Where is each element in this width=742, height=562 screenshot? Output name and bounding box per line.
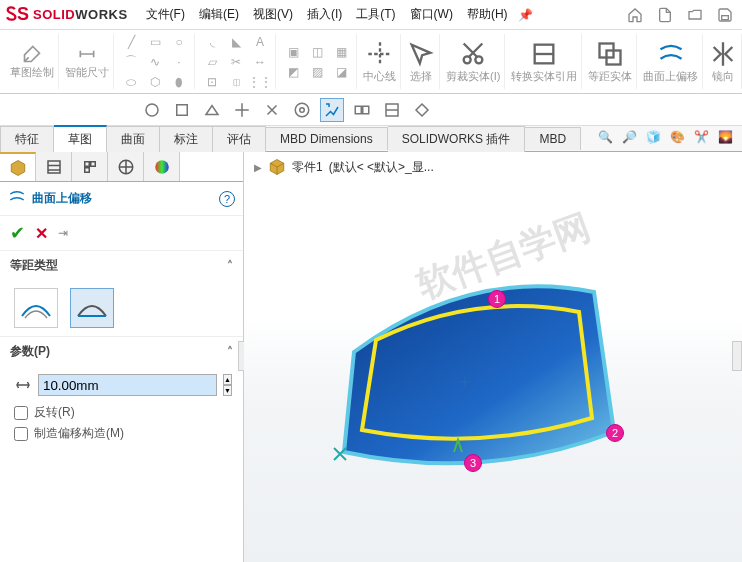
section-params[interactable]: 参数(P) ˄ bbox=[0, 336, 243, 366]
breadcrumb-part[interactable]: 零件1 bbox=[292, 159, 323, 176]
ribbon-centerline[interactable]: 中心线 bbox=[359, 34, 401, 89]
home-icon[interactable] bbox=[624, 4, 646, 26]
tab-features[interactable]: 特征 bbox=[0, 126, 54, 152]
ribbon-mirror[interactable]: 镜向 bbox=[705, 34, 742, 89]
ribbon-label-smartdim: 智能尺寸 bbox=[65, 66, 109, 78]
plane-icon[interactable]: ▱ bbox=[201, 53, 223, 71]
construction-checkbox-row[interactable]: 制造偏移构造(M) bbox=[14, 425, 229, 442]
splitter-right[interactable] bbox=[732, 341, 742, 371]
tab-mbd-dim[interactable]: MBD Dimensions bbox=[266, 127, 388, 150]
panel-tab-config[interactable] bbox=[72, 152, 108, 181]
canvas[interactable]: 软件自学网 1 bbox=[244, 152, 742, 562]
cube2-icon[interactable]: ◫ bbox=[306, 43, 328, 61]
sr-btn-1[interactable] bbox=[140, 98, 164, 122]
zoom-area-icon[interactable]: 🔎 bbox=[622, 130, 640, 148]
tab-sketch[interactable]: 草图 bbox=[54, 125, 107, 152]
reverse-checkbox-row[interactable]: 反转(R) bbox=[14, 404, 229, 421]
panel-tab-appearance[interactable] bbox=[144, 152, 180, 181]
rect-icon[interactable]: ▭ bbox=[144, 33, 166, 51]
offset-type-geodesic[interactable] bbox=[14, 288, 58, 328]
panel-tab-feature[interactable] bbox=[0, 152, 36, 181]
sr-btn-4[interactable] bbox=[230, 98, 254, 122]
fillet-icon[interactable]: ◟ bbox=[201, 33, 223, 51]
spin-up-button[interactable]: ▲ bbox=[223, 374, 232, 385]
cube4-icon[interactable]: ◩ bbox=[282, 63, 304, 81]
cube5-icon[interactable]: ▨ bbox=[306, 63, 328, 81]
pin-menu-icon[interactable]: 📌 bbox=[518, 8, 533, 22]
menu-edit[interactable]: 编辑(E) bbox=[199, 6, 239, 23]
breadcrumb-arrow-icon[interactable]: ▶ bbox=[254, 162, 262, 173]
sr-btn-9[interactable] bbox=[410, 98, 434, 122]
menu-view[interactable]: 视图(V) bbox=[253, 6, 293, 23]
polygon-icon[interactable]: ⬡ bbox=[144, 73, 166, 91]
menu-file[interactable]: 文件(F) bbox=[146, 6, 185, 23]
tab-mbd[interactable]: MBD bbox=[525, 127, 581, 150]
cube1-icon[interactable]: ▣ bbox=[282, 43, 304, 61]
ribbon-convert[interactable]: 转换实体引用 bbox=[507, 34, 582, 89]
circle-icon[interactable]: ○ bbox=[168, 33, 190, 51]
mirror2-icon[interactable]: ⎅ bbox=[225, 73, 247, 91]
tab-annotation[interactable]: 标注 bbox=[160, 126, 213, 152]
menu-insert[interactable]: 插入(I) bbox=[307, 6, 342, 23]
cube6-icon[interactable]: ◪ bbox=[330, 63, 352, 81]
ribbon-group-smartdim[interactable]: 智能尺寸 bbox=[61, 34, 114, 89]
view-orient-icon[interactable]: 🧊 bbox=[646, 130, 664, 148]
spin-down-button[interactable]: ▼ bbox=[223, 385, 232, 396]
panel-tab-property[interactable] bbox=[36, 152, 72, 181]
cube3-icon[interactable]: ▦ bbox=[330, 43, 352, 61]
offset2-icon[interactable]: ⊡ bbox=[201, 73, 223, 91]
ribbon-group-sketch[interactable]: 草图绘制 bbox=[6, 34, 59, 89]
reverse-checkbox[interactable] bbox=[14, 406, 28, 420]
arc-icon[interactable]: ⌒ bbox=[120, 53, 142, 71]
construction-checkbox[interactable] bbox=[14, 427, 28, 441]
convert-icon bbox=[530, 40, 558, 68]
help-icon[interactable]: ? bbox=[219, 191, 235, 207]
spline-icon[interactable]: ∿ bbox=[144, 53, 166, 71]
zoom-icon[interactable]: 🔍 bbox=[598, 130, 616, 148]
ribbon-offset[interactable]: 等距实体 bbox=[584, 34, 637, 89]
point-icon[interactable]: · bbox=[168, 53, 190, 71]
scene-icon[interactable]: 🌄 bbox=[718, 130, 736, 148]
menu-window[interactable]: 窗口(W) bbox=[410, 6, 453, 23]
ribbon-select[interactable]: 选择 bbox=[403, 34, 440, 89]
section-offset-type[interactable]: 等距类型 ˄ bbox=[0, 250, 243, 280]
ok-button[interactable]: ✔ bbox=[10, 222, 25, 244]
extend-icon[interactable]: ↔ bbox=[249, 53, 271, 71]
menu-tools[interactable]: 工具(T) bbox=[356, 6, 395, 23]
sr-btn-3[interactable] bbox=[200, 98, 224, 122]
slot-icon[interactable]: ⬭ bbox=[120, 73, 142, 91]
ribbon-surface-offset[interactable]: 曲面上偏移 bbox=[639, 34, 703, 89]
text-icon[interactable]: A bbox=[249, 33, 271, 51]
section-icon[interactable]: ✂️ bbox=[694, 130, 712, 148]
sr-btn-5[interactable] bbox=[260, 98, 284, 122]
graphics-area[interactable]: ▶ 零件1 (默认< <默认>_显... 软件自学网 bbox=[244, 152, 742, 562]
pattern-icon[interactable]: ⋮⋮ bbox=[249, 73, 271, 91]
sr-btn-8[interactable] bbox=[380, 98, 404, 122]
open-icon[interactable] bbox=[684, 4, 706, 26]
chamfer-icon[interactable]: ◣ bbox=[225, 33, 247, 51]
tab-evaluate[interactable]: 评估 bbox=[213, 126, 266, 152]
cancel-button[interactable]: ✕ bbox=[35, 224, 48, 243]
sr-btn-6[interactable] bbox=[290, 98, 314, 122]
breadcrumb-config[interactable]: (默认< <默认>_显... bbox=[329, 159, 434, 176]
panel-tab-dim[interactable] bbox=[108, 152, 144, 181]
offset-distance-input[interactable] bbox=[38, 374, 217, 396]
sr-btn-2[interactable] bbox=[170, 98, 194, 122]
trim-icon[interactable]: ✂ bbox=[225, 53, 247, 71]
trim-entity-icon bbox=[459, 40, 487, 68]
offset-type-euclidean[interactable] bbox=[70, 288, 114, 328]
panel-actions: ✔ ✕ ⇥ bbox=[0, 216, 243, 250]
sr-btn-active[interactable] bbox=[320, 98, 344, 122]
ribbon-trim[interactable]: 剪裁实体(I) bbox=[442, 34, 505, 89]
tab-surface[interactable]: 曲面 bbox=[107, 126, 160, 152]
line-icon[interactable]: ╱ bbox=[120, 33, 142, 51]
menu-help[interactable]: 帮助(H) bbox=[467, 6, 508, 23]
sr-btn-7[interactable] bbox=[350, 98, 374, 122]
keep-visible-icon[interactable]: ⇥ bbox=[58, 226, 68, 240]
ellipse-icon[interactable]: ⬮ bbox=[168, 73, 190, 91]
chevron-up-icon-2: ˄ bbox=[227, 345, 233, 359]
new-doc-icon[interactable] bbox=[654, 4, 676, 26]
save-icon[interactable] bbox=[714, 4, 736, 26]
display-style-icon[interactable]: 🎨 bbox=[670, 130, 688, 148]
tab-sw-addins[interactable]: SOLIDWORKS 插件 bbox=[388, 126, 526, 152]
